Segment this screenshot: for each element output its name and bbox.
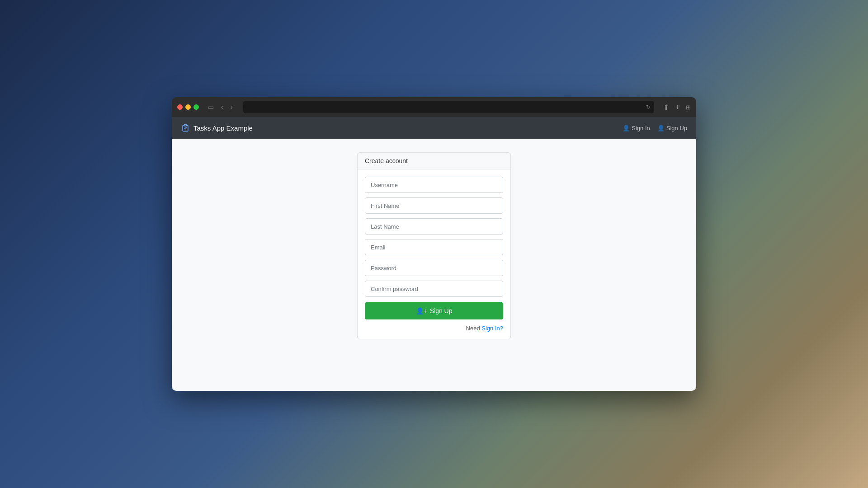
brand-icon xyxy=(181,123,190,132)
password-input[interactable] xyxy=(365,260,503,276)
browser-controls: ▭ ‹ › xyxy=(208,102,234,113)
nav-links: 👤 Sign In 👤 Sign Up xyxy=(623,125,687,131)
svg-rect-0 xyxy=(184,125,187,126)
nav-sign-up[interactable]: 👤 Sign Up xyxy=(657,125,687,131)
firstname-input[interactable] xyxy=(365,197,503,214)
email-input[interactable] xyxy=(365,239,503,255)
signin-prompt-text: Need xyxy=(466,325,482,332)
grid-icon[interactable]: ⊞ xyxy=(686,104,691,111)
card-body: 👤+ Sign Up Need Sign In? xyxy=(358,169,510,339)
url-input[interactable] xyxy=(284,104,613,110)
reload-icon[interactable]: ↻ xyxy=(646,104,651,110)
username-input[interactable] xyxy=(365,177,503,193)
create-account-card: Create account 👤+ Sign Up Need Sign In? xyxy=(357,152,511,339)
nav-sign-in[interactable]: 👤 Sign In xyxy=(623,125,650,131)
confirm-password-input[interactable] xyxy=(365,281,503,297)
signin-link[interactable]: Sign In? xyxy=(481,325,503,332)
sidebar-icon[interactable]: ▭ xyxy=(208,103,214,111)
brand-label: Tasks App Example xyxy=(193,124,253,132)
traffic-lights xyxy=(177,104,199,110)
app-navbar: Tasks App Example 👤 Sign In 👤 Sign Up xyxy=(172,117,696,139)
card-header: Create account xyxy=(358,153,510,169)
card-title: Create account xyxy=(365,157,408,164)
maximize-button[interactable] xyxy=(193,104,199,110)
minimize-button[interactable] xyxy=(185,104,191,110)
forward-icon[interactable]: › xyxy=(229,102,235,113)
back-icon[interactable]: ‹ xyxy=(219,102,225,113)
browser-window: ▭ ‹ › ↻ ⬆ + ⊞ Tasks App Example 👤 xyxy=(172,97,696,391)
address-bar[interactable]: ↻ xyxy=(243,101,654,113)
close-button[interactable] xyxy=(177,104,183,110)
browser-actions: ⬆ + ⊞ xyxy=(663,103,691,112)
browser-content: Create account 👤+ Sign Up Need Sign In? xyxy=(172,139,696,391)
browser-titlebar: ▭ ‹ › ↻ ⬆ + ⊞ xyxy=(172,97,696,117)
person-add-icon: 👤 xyxy=(657,125,665,131)
share-icon[interactable]: ⬆ xyxy=(663,103,669,112)
lastname-input[interactable] xyxy=(365,218,503,235)
signup-button[interactable]: 👤+ Sign Up xyxy=(365,302,503,319)
signin-prompt: Need Sign In? xyxy=(365,325,503,332)
person-add-icon: 👤+ xyxy=(416,307,427,314)
new-tab-icon[interactable]: + xyxy=(675,103,679,111)
app-brand: Tasks App Example xyxy=(181,123,623,132)
person-icon: 👤 xyxy=(623,125,630,131)
